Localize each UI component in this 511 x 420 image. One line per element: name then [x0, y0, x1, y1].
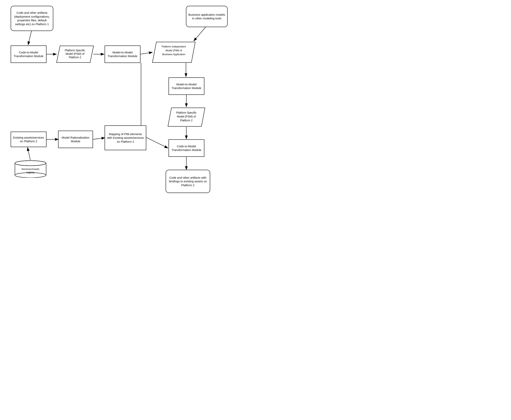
svg-text:Platform 2: Platform 2 [180, 119, 192, 122]
svg-line-13 [93, 138, 105, 139]
code-to-model-2-box: Code-to-Model Transformation Module [168, 139, 204, 157]
code-artifacts-p2-label: Code and other artifacts with bindings t… [168, 176, 208, 187]
svg-text:Model (PSM) of: Model (PSM) of [65, 52, 84, 55]
services-registry-box: Services/Assets registry [15, 160, 46, 178]
psm-p2-top-box: Platform Specific Model (PSM) of Platfor… [56, 45, 94, 63]
svg-line-1 [28, 29, 32, 45]
arrows-svg [0, 0, 256, 210]
model-to-model-2-box: Model-to-Model Transformation Module [168, 77, 204, 95]
svg-text:Platform Independent: Platform Independent [162, 45, 186, 48]
svg-text:Model (PSM) of: Model (PSM) of [177, 115, 196, 118]
mapping-pim-label: Mapping of PIM elements with Existing as… [107, 132, 144, 144]
svg-line-5 [140, 52, 153, 54]
svg-text:registry: registry [26, 171, 35, 174]
model-to-model-1-box: Model-to-Model Transformation Module [105, 45, 140, 63]
svg-text:Model (PIM) of: Model (PIM) of [165, 49, 182, 52]
model-rationalization-box: Model Rationalization Module [58, 131, 93, 148]
code-artifacts-p2-box: Code and other artifacts with bindings t… [166, 170, 210, 193]
model-rationalization-label: Model Rationalization Module [60, 136, 91, 143]
pim-business-box: Platform Independent Model (PIM) of Busi… [152, 42, 196, 63]
svg-text:Platform 2: Platform 2 [69, 56, 81, 59]
svg-text:Platform Specific: Platform Specific [65, 49, 85, 52]
existing-assets-label: Existing assets/services on Platform 2 [13, 136, 45, 143]
business-app-models-box: Business application models in other mod… [186, 6, 228, 27]
code-artifacts-p1-label: Code and other artifacts (deployment con… [13, 11, 51, 26]
model-to-model-1-label: Model-to-Model Transformation Module [107, 51, 138, 58]
mapping-pim-box: Mapping of PIM elements with Existing as… [105, 125, 146, 150]
business-app-models-label: Business application models in other mod… [188, 13, 226, 20]
svg-line-15 [28, 148, 31, 160]
existing-assets-box: Existing assets/services on Platform 2 [11, 132, 46, 147]
svg-line-2 [194, 25, 207, 41]
code-artifacts-p1-box: Code and other artifacts (deployment con… [11, 6, 53, 31]
code-to-model-1-label: Code-to-Model Transformation Module [13, 51, 45, 58]
svg-text:Platform Specific: Platform Specific [176, 111, 196, 114]
psm-p2-bottom-box: Platform Specific Model (PSM) of Platfor… [168, 107, 205, 127]
svg-text:Business Application: Business Application [162, 53, 185, 56]
svg-line-14 [146, 137, 168, 148]
svg-text:Services/Assets: Services/Assets [22, 168, 39, 171]
model-to-model-2-label: Model-to-Model Transformation Module [170, 82, 202, 90]
code-to-model-1-box: Code-to-Model Transformation Module [11, 45, 46, 63]
code-to-model-2-label: Code-to-Model Transformation Module [170, 144, 202, 152]
diagram-container: Code and other artifacts (deployment con… [0, 0, 256, 210]
